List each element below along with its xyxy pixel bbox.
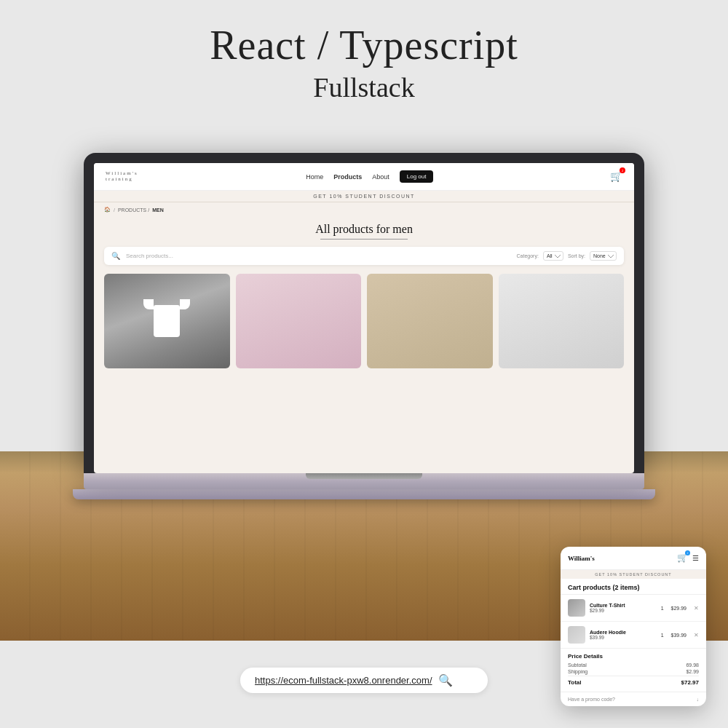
product-card-2[interactable] [236,274,362,368]
category-label: Category: [517,253,539,258]
sort-label: Sort by: [568,253,585,258]
sort-select[interactable]: None [590,251,617,261]
cart-item-1-image [568,599,585,617]
mobile-menu-icon[interactable]: ☰ [692,554,699,562]
logout-button[interactable]: Log out [400,170,434,183]
url-search-icon[interactable]: 🔍 [438,673,453,687]
product-grid [104,274,624,368]
shipping-value: $2.99 [686,669,699,674]
cart-item-2-qty: 1 [661,633,664,638]
breadcrumb-sep1: / [114,207,115,213]
cart-item-2-name: Audere Hoodie [590,630,654,635]
cart-item-1-remove[interactable]: ✕ [694,605,699,612]
nav-products[interactable]: Products [333,173,362,181]
laptop-base [84,473,644,489]
cart-item-1-qty: 1 [661,606,664,611]
shirt-silhouette [154,305,180,337]
subtotal-value: 69.98 [686,662,699,668]
search-filter-bar: 🔍 Search products... Category: All Sort … [104,247,624,265]
mobile-logo: William's [568,555,677,562]
promo-text: Have a promo code? [568,697,615,702]
cart-icon-wrapper[interactable]: 🛒 2 [610,170,622,183]
breadcrumb-products: PRODUCTS / [118,207,149,213]
cart-item-2-remove[interactable]: ✕ [694,632,699,638]
cart-item-1-info: Culture T-Shirt $29.99 [590,603,654,613]
site-banner: GET 10% STUDENT DISCOUNT [94,191,634,202]
laptop: William's training Home Products About L… [84,153,644,499]
heading-underline [320,239,408,240]
cart-item-1: Culture T-Shirt $29.99 1 $29.99 ✕ [561,595,706,622]
product-image-3 [367,274,493,368]
promo-chevron: ↓ [697,697,700,702]
subtotal-row: Subtotal 69.98 [568,662,699,668]
product-image-1 [104,274,230,368]
nav-links: Home Products About Log out [306,170,433,183]
cart-item-2: Audere Hoodie $39.99 1 $39.99 ✕ [561,622,706,649]
page-header: React / Typescript Fullstack [0,22,728,103]
product-card-3[interactable] [367,274,493,368]
promo-bar[interactable]: Have a promo code? ↓ [561,692,706,706]
url-bar: https://ecom-fullstack-pxw8.onrender.com… [240,668,488,693]
breadcrumb: 🏠 / PRODUCTS / MEN [94,202,634,217]
site-logo: William's training [106,171,138,182]
search-input-placeholder[interactable]: Search products... [126,253,511,259]
total-row: Total $72.97 [568,676,699,686]
shipping-row: Shipping $2.99 [568,669,699,674]
cart-item-2-total: $39.99 [671,633,687,638]
cart-item-2-price: $39.99 [590,635,654,640]
page-subtitle: Fullstack [0,71,728,103]
total-label: Total [568,679,582,686]
search-icon: 🔍 [111,252,120,260]
cart-item-2-info: Audere Hoodie $39.99 [590,630,654,640]
cart-item-1-total: $29.99 [671,606,687,611]
mobile-cart-panel: William's 🛒 2 ☰ GET 10% STUDENT DISCOUNT… [561,547,706,706]
laptop-bottom [73,489,655,499]
products-heading: All products for men [104,223,624,236]
breadcrumb-home-icon[interactable]: 🏠 [104,207,111,213]
mobile-navbar: William's 🛒 2 ☰ [561,547,706,570]
laptop-screen: William's training Home Products About L… [94,163,634,473]
mobile-banner: GET 10% STUDENT DISCOUNT [561,570,706,579]
price-details-title: Price Details [568,653,699,660]
page-title: React / Typescript [0,22,728,68]
cart-item-2-image [568,626,585,644]
nav-home[interactable]: Home [306,173,323,181]
cart-item-1-price: $29.99 [590,608,654,613]
url-text[interactable]: https://ecom-fullstack-pxw8.onrender.com… [255,675,432,686]
product-image-2 [236,274,362,368]
product-card-1[interactable] [104,274,230,368]
breadcrumb-current: MEN [152,207,164,213]
laptop-bezel: William's training Home Products About L… [84,153,644,473]
total-value: $72.97 [681,679,699,686]
category-select[interactable]: All [543,251,563,261]
cart-item-1-name: Culture T-Shirt [590,603,654,608]
cart-badge: 2 [620,167,625,173]
logo-tagline: training [106,177,138,183]
cart-title: Cart products (2 items) [561,579,706,595]
shipping-label: Shipping [568,669,587,674]
nav-about[interactable]: About [372,173,389,181]
mobile-cart-badge: 2 [685,550,690,555]
subtotal-label: Subtotal [568,662,587,668]
laptop-hinge [306,473,422,479]
mobile-cart-icon[interactable]: 🛒 2 [677,553,688,563]
product-image-4 [499,274,625,368]
site-content: All products for men 🔍 Search products..… [94,217,634,374]
product-card-4[interactable] [499,274,625,368]
filter-group: Category: All Sort by: None [517,251,617,261]
site-navbar: William's training Home Products About L… [94,163,634,191]
price-details: Price Details Subtotal 69.98 Shipping $2… [561,649,706,692]
